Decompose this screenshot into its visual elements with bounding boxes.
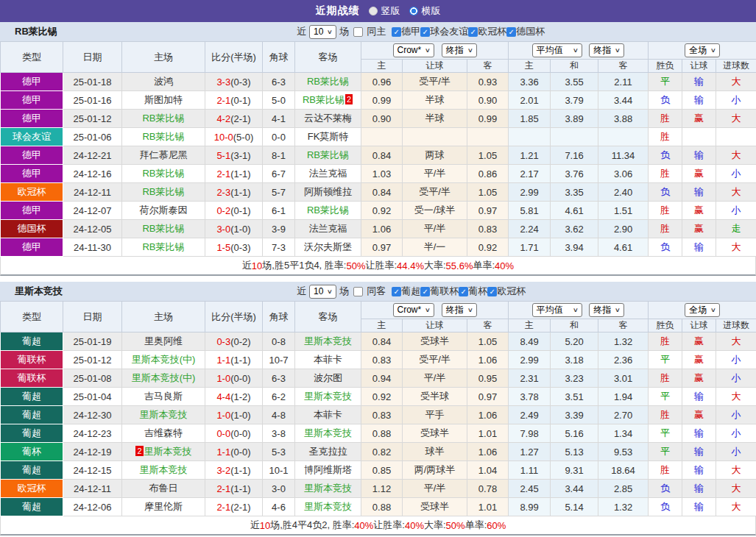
league-checkbox[interactable]: ✓	[468, 27, 478, 37]
away-team: 里斯本竞技	[295, 388, 361, 406]
league-checkbox[interactable]: ✓	[506, 27, 516, 37]
avg-away-odds: 1.94	[598, 388, 649, 406]
league-checkbox[interactable]: ✓	[459, 287, 468, 296]
result-handicap: 输	[682, 443, 716, 461]
odds-time-select[interactable]: 终指∨	[442, 43, 477, 57]
col-avg-away: 客	[598, 319, 649, 332]
crow-away-odds: 1.05	[467, 146, 509, 165]
home-team-name: 里斯本竞技	[140, 409, 188, 420]
type-badge: 德甲	[1, 73, 63, 91]
scope-select[interactable]: 全场∨	[685, 303, 720, 317]
handicap-line: 受平/半	[403, 351, 467, 369]
away-team: RB莱比锡	[295, 202, 361, 220]
avg-home-odds: 2.45	[509, 480, 551, 498]
chevron-down-icon: ∨	[710, 307, 716, 313]
home-team: 布鲁日	[122, 480, 205, 498]
avg-home-odds: 8.49	[509, 332, 551, 351]
same-venue-checkbox[interactable]	[353, 27, 363, 37]
away-team-name: 本菲卡	[314, 409, 342, 420]
away-team-name: RB莱比锡	[303, 94, 345, 105]
away-team-name: RB莱比锡	[307, 76, 349, 87]
away-team: 沃尔夫斯堡	[295, 238, 361, 257]
result-goals: 大	[716, 388, 756, 406]
league-checkbox[interactable]: ✓	[392, 27, 401, 37]
result-handicap: 赢	[682, 369, 716, 388]
odds-time-select[interactable]: 终指∨	[442, 303, 477, 317]
full-time-score: 2-1	[216, 168, 230, 179]
same-venue-checkbox[interactable]	[353, 287, 363, 296]
type-badge: 葡超	[1, 388, 63, 406]
handicap-line: 半球	[403, 91, 467, 110]
home-team-name: 里斯本竞技	[140, 464, 188, 475]
crow-home-odds: 0.88	[361, 498, 403, 516]
result-wdl: 胜	[649, 369, 682, 388]
col-date: 日期	[63, 302, 122, 332]
league-checkbox[interactable]: ✓	[392, 287, 401, 296]
league-filter-item: ✓德甲	[392, 25, 420, 38]
section-header: RB莱比锡 近 10∨ 场 同主 ✓德甲✓球会友谊✓欧冠杯✓德国杯	[0, 22, 756, 41]
half-time-score: (1-1)	[230, 355, 250, 366]
layout-option-vertical[interactable]: 竖版	[369, 4, 400, 18]
crow-away-odds: 1.06	[467, 351, 509, 369]
avg-draw-odds: 5.16	[551, 424, 598, 443]
col-date: 日期	[63, 42, 122, 73]
type-badge: 葡杯	[1, 443, 63, 461]
layout-option-horizontal[interactable]: 横版	[409, 4, 441, 18]
average-select[interactable]: 平均值∨	[532, 43, 582, 57]
average-time-select[interactable]: 终指∨	[589, 303, 624, 317]
handicap-line: 平/半	[403, 369, 467, 388]
radio-unchecked-icon[interactable]	[369, 7, 378, 15]
match-row: 葡超25-01-04吉马良斯4-4(1-2)6-2里斯本竞技0.92受半球0.9…	[1, 388, 756, 406]
half-time-score: (0-1)	[230, 95, 250, 106]
crow-home-odds: 0.92	[361, 388, 403, 406]
avg-away-odds: 3.88	[598, 110, 649, 128]
corner-count: 0-8	[263, 332, 295, 351]
type-badge: 德甲	[1, 110, 63, 128]
away-team-name: 云达不莱梅	[304, 113, 352, 124]
col-avg-away: 客	[598, 60, 649, 73]
result-handicap	[682, 128, 716, 146]
average-select[interactable]: 平均值∨	[532, 303, 582, 317]
avg-home-odds: 1.27	[509, 443, 551, 461]
league-checkbox[interactable]: ✓	[420, 27, 430, 37]
home-team-name: RB莱比锡	[142, 113, 184, 124]
col-away: 客场	[295, 42, 361, 73]
match-date: 24-12-15	[63, 461, 122, 480]
avg-draw-odds	[551, 128, 598, 146]
home-team: RB莱比锡	[122, 128, 205, 146]
col-home: 主场	[122, 42, 205, 73]
crow-away-odds: 0.86	[467, 165, 509, 183]
away-team-name: 法兰克福	[309, 168, 347, 179]
result-wdl: 胜	[649, 461, 682, 480]
league-checkbox-label: 葡联杯	[430, 285, 459, 298]
score: 3-0(1-0)	[205, 220, 263, 238]
corner-count: 5-0	[263, 91, 295, 110]
league-checkbox[interactable]: ✓	[487, 287, 497, 296]
match-date: 24-12-21	[63, 146, 122, 165]
score: 0-2(0-1)	[205, 202, 263, 220]
odds-provider-select[interactable]: Crow*∨	[393, 303, 435, 317]
home-team: 里斯本竞技(中)	[122, 369, 205, 388]
games-count-select[interactable]: 10∨	[309, 285, 336, 299]
league-checkbox-label: 欧冠杯	[497, 285, 526, 298]
crow-home-odds: 0.90	[361, 110, 403, 128]
col-result-goals: 进球数	[716, 60, 756, 73]
crow-away-odds: 0.95	[467, 369, 509, 388]
avg-away-odds: 9.53	[598, 443, 649, 461]
scope-select[interactable]: 全场∨	[685, 43, 720, 57]
home-team: RB莱比锡	[122, 183, 205, 202]
home-team-name: RB莱比锡	[142, 131, 184, 142]
crow-home-odds: 0.92	[361, 202, 403, 220]
odds-provider-select[interactable]: Crow*∨	[393, 43, 435, 57]
crow-away-odds: 1.01	[467, 424, 509, 443]
result-handicap: 赢	[682, 406, 716, 424]
red-card-badge: 2	[135, 446, 143, 456]
avg-away-odds: 1.32	[598, 332, 649, 351]
filter-bar: 近 10∨ 场 同客 ✓葡超✓葡联杯✓葡杯✓欧冠杯	[297, 282, 526, 301]
average-time-select[interactable]: 终指∨	[589, 43, 624, 57]
games-count-select[interactable]: 10∨	[309, 25, 336, 39]
match-row: 葡超24-12-06摩里伦斯2-1(2-1)4-6里斯本竞技0.88受球半1.0…	[1, 498, 756, 516]
chevron-down-icon: ∨	[425, 307, 431, 313]
league-checkbox[interactable]: ✓	[420, 287, 430, 296]
radio-checked-icon[interactable]	[409, 7, 418, 15]
